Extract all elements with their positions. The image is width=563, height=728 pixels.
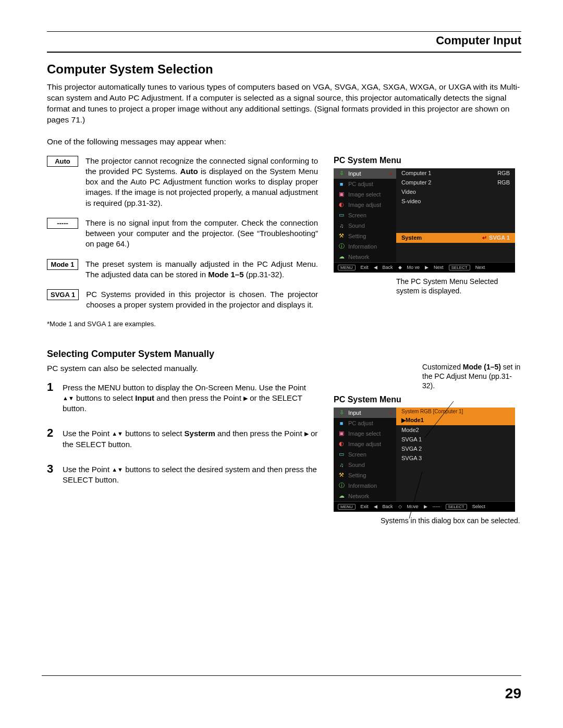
message-label: Mode 1 <box>47 259 78 270</box>
t: Select <box>472 504 485 510</box>
osd-sidebar-label: Image select <box>348 430 381 437</box>
step-number: 3 <box>47 462 57 486</box>
t: Customized <box>422 363 463 371</box>
message-row: Auto The projector cannot recognize the … <box>47 156 318 208</box>
menu-icon: ▭ <box>338 451 345 458</box>
right-triangle-icon: ▶ <box>304 430 309 437</box>
osd-sidebar-item: ⇩Input‹ <box>334 168 396 179</box>
t: Next <box>434 265 444 270</box>
osd-sidebar-label: Information <box>348 483 377 489</box>
message-label: SVGA 1 <box>47 289 79 300</box>
osd2-caption: PC System Menu <box>334 395 521 404</box>
osd-header-row: System RGB [Computer 1] <box>396 408 515 415</box>
osd-sidebar-item: ♫Sound <box>334 220 396 231</box>
t: Use the Point <box>63 465 112 474</box>
t: Computer 2 <box>401 179 431 186</box>
t: SVGA 2 <box>401 446 422 452</box>
menu-icon: ▣ <box>338 430 345 437</box>
intro-paragraph: This projector automatically tunes to va… <box>47 82 521 126</box>
footer-rule <box>42 675 521 676</box>
osd-sidebar-item: ▭Screen <box>334 449 396 460</box>
osd-row: S-video <box>396 196 515 206</box>
t: Mode2 <box>401 427 419 433</box>
osd-sidebar-item: ⇩Input‹ <box>334 408 396 418</box>
osd-row: Video <box>396 187 515 196</box>
menu-icon: ▣ <box>338 191 345 198</box>
menu-icon: ⇩ <box>338 170 345 177</box>
right-triangle-icon: ▶ <box>243 395 248 401</box>
osd2-annotation-bottom: Systems in this dialog box can be select… <box>381 516 521 525</box>
t-bold: Input <box>135 393 154 402</box>
rule-thin <box>47 31 521 32</box>
osd-sidebar-item: ⓘInformation <box>334 241 396 252</box>
step-number: 1 <box>47 380 57 414</box>
pill: SELECT <box>446 504 467 510</box>
right-triangle-icon: ▶ <box>424 504 427 510</box>
osd-sidebar-item: ▣Image select <box>334 189 396 200</box>
up-down-triangle-icon: ▲▼ <box>112 430 123 437</box>
osd2-annotation-top: Customized Mode (1–5) set in the PC Adju… <box>422 362 521 391</box>
t: RGB <box>497 170 510 176</box>
osd-menu: ⇩Input‹■PC adjust▣Image select◐Image adj… <box>334 168 515 273</box>
osd-footer: MENUExit ◀Back ◆Mo ve ▶Next SELECTNext <box>334 262 515 273</box>
message-text: The preset system is manually adjusted i… <box>85 259 318 280</box>
menu-icon: ☁ <box>338 254 345 260</box>
message-row: ----- There is no signal input from the … <box>47 218 318 250</box>
osd-sidebar-label: PC adjust <box>348 420 373 426</box>
t: and then press the Point <box>215 429 304 438</box>
step-text: Use the Point ▲▼ buttons to select the d… <box>63 462 318 486</box>
lead-line: One of the following messages may appear… <box>47 137 521 146</box>
osd-sidebar-label: Screen <box>348 451 366 458</box>
enter-icon: ↵ <box>482 235 487 241</box>
t: ----- <box>433 504 440 510</box>
t-bold: Mode 1–5 <box>208 270 243 279</box>
example-note: *Mode 1 and SVGA 1 are examples. <box>47 320 318 328</box>
t: Video <box>401 189 416 195</box>
rule-thick <box>47 52 521 53</box>
osd-row-selected: System ↵SVGA 1 <box>396 233 515 243</box>
t: Mode1 <box>406 417 424 424</box>
t: Press the MENU button to display the On-… <box>63 383 306 392</box>
t: Use the Point <box>63 429 112 438</box>
header-title: Computer Input <box>47 34 521 47</box>
osd-row: Computer 1RGB <box>396 168 515 178</box>
t: System <box>401 235 422 241</box>
message-text: PC Systems provided in this projector is… <box>86 289 318 311</box>
t: and then press the Point <box>154 393 243 402</box>
chevron-right-icon: ‹ <box>390 410 392 416</box>
menu-icon: ◐ <box>338 202 345 208</box>
osd-sidebar-item: ♫Sound <box>334 460 396 470</box>
t: Computer 1 <box>401 170 431 176</box>
osd-row: Mode2 <box>396 425 515 435</box>
message-row: Mode 1 The preset system is manually adj… <box>47 259 318 280</box>
osd1-caption: PC System Menu <box>334 156 521 165</box>
osd-sidebar-label: Network <box>348 493 369 499</box>
osd-sidebar-item: ⓘInformation <box>334 480 396 491</box>
pill: MENU <box>338 265 356 270</box>
menu-icon: ⓘ <box>338 243 345 250</box>
osd-content: System RGB [Computer 1] ▶ Mode1Mode2SVGA… <box>396 408 515 501</box>
up-down-triangle-icon: ▲▼ <box>63 395 74 401</box>
menu-icon: ■ <box>338 420 345 426</box>
t: SVGA 1 <box>489 235 510 241</box>
osd-sidebar-label: Input <box>348 410 361 416</box>
t-bold: Auto <box>180 167 198 176</box>
message-label: Auto <box>47 156 78 167</box>
osd-sidebar-label: Sound <box>348 223 365 229</box>
marker-icon: ▶ <box>401 417 406 424</box>
manual-title: Selecting Computer System Manually <box>47 349 318 360</box>
osd-sidebar-item: ◐Image adjust <box>334 439 396 449</box>
pill: SELECT <box>449 265 470 270</box>
osd-sidebar-item: ⚒Setting <box>334 470 396 480</box>
step: 1 Press the MENU button to display the O… <box>47 380 318 414</box>
osd-row: SVGA 2 <box>396 444 515 453</box>
step-text: Press the MENU button to display the On-… <box>63 380 318 414</box>
menu-icon: ☁ <box>338 493 345 499</box>
step-text: Use the Point ▲▼ buttons to select Syste… <box>63 426 318 450</box>
menu-icon: ◐ <box>338 441 345 447</box>
osd-sidebar-label: Image select <box>348 191 381 198</box>
osd-row: SVGA 1 <box>396 435 515 444</box>
step-number: 2 <box>47 426 57 450</box>
osd1-annotation: The PC System Menu Selected system is di… <box>396 277 521 295</box>
section-title: Computer System Selection <box>47 62 521 77</box>
